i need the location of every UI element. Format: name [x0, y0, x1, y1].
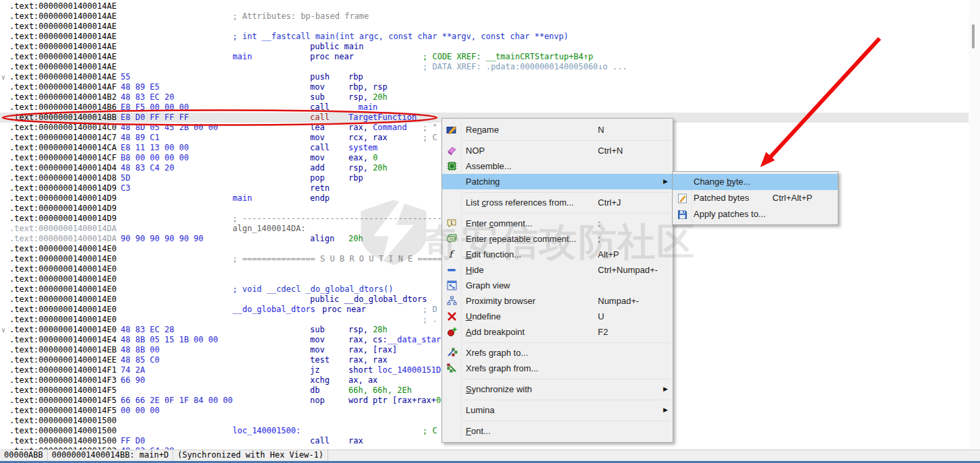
opcode-bytes: 74 2A: [121, 365, 145, 375]
status-bar: 00000ABB00000001400014BB: main+D(Synchro…: [0, 450, 980, 461]
operands: rbp, rsp: [348, 82, 388, 92]
opcode-bytes: 48 83 EC 28: [121, 325, 174, 335]
menu-item-label: Enter comment...: [466, 216, 532, 231]
operand-part: short: [348, 365, 377, 375]
menu-item-label: NOP: [466, 143, 485, 158]
menu-item-patching[interactable]: Patching▶: [442, 174, 673, 189]
menu-item-enter-repeatable-comment[interactable]: Enter repeatable comment...;: [442, 231, 673, 247]
label: __do_global_dtors: [233, 305, 315, 315]
address: .text:00000001400014D4: [9, 163, 117, 173]
opcode-bytes: 48 83 C4 20: [121, 163, 174, 173]
patching-submenu: Change byte...Patched bytesCtrl+Alt+PApp…: [672, 171, 838, 225]
operands: rsp, 20h: [348, 163, 388, 173]
menu-item-xrefs-graph-from[interactable]: Xrefs graph from...: [442, 361, 673, 376]
menu-shortcut: Ctrl+Numpad+-: [598, 262, 658, 278]
menu-item-assemble[interactable]: Assemble...: [442, 158, 673, 174]
menu-item-graph-view[interactable]: Graph view: [442, 278, 673, 293]
address: .text:00000001400014D9: [9, 183, 117, 193]
context-menu: RenameNNOPCtrl+NAssemble...Patching▶List…: [441, 118, 673, 443]
menu-item-label: Xrefs graph from...: [466, 361, 539, 376]
disasm-row[interactable]: .text:00000001400014AE; int __fastcall m…: [0, 32, 969, 42]
operand-part: Command: [373, 123, 407, 132]
menu-item-label: Undefine: [466, 309, 501, 324]
menu-item-edit-function[interactable]: fEdit function...Alt+P: [442, 247, 673, 262]
disasm-row[interactable]: .text:00000001400014AEpublic main: [0, 42, 969, 52]
address: .text:00000001400014E0: [9, 325, 117, 335]
operands: eax, 0: [348, 153, 377, 163]
mnemonic: mov: [310, 335, 325, 345]
mnemonic: xchg: [310, 375, 330, 385]
menu-item-xrefs-graph-to[interactable]: Xrefs graph to...: [442, 345, 673, 361]
disasm-row[interactable]: ∨.text:00000001400014AE55pushrbp: [0, 72, 969, 82]
address: .text:0000000140001500: [9, 436, 117, 446]
menu-item-enter-comment[interactable]: Enter comment...:: [442, 216, 673, 231]
patched-icon: [677, 193, 688, 204]
address: .text:00000001400014F5: [9, 406, 117, 416]
menu-item-hide[interactable]: HideCtrl+Numpad+-: [442, 262, 673, 278]
hide-icon: [446, 264, 458, 276]
operand-part: rsp,: [348, 325, 373, 334]
status-cell: 00000001400014BB: main+D: [48, 450, 173, 461]
mnemonic: pop: [310, 173, 325, 183]
opcode-bytes: 5D: [121, 173, 130, 183]
opcode-bytes: 48 89 E5: [121, 82, 160, 92]
menu-item-font[interactable]: Font...: [442, 423, 673, 439]
address: .text:00000001400014D9: [9, 214, 117, 224]
opcode-bytes: C3: [121, 183, 130, 193]
menu-separator: [442, 210, 673, 216]
menu-item-label: Apply patches to...: [694, 206, 766, 222]
mnemonic: call: [310, 102, 330, 113]
address: .text:00000001400014DA: [9, 224, 117, 234]
menu-item-proximity-browser[interactable]: Proximity browserNumpad+-: [442, 293, 673, 309]
menu-item-rename[interactable]: RenameN: [442, 122, 673, 137]
mnemonic: add: [310, 163, 325, 173]
comment: ; int __fastcall main(int argc, const ch…: [233, 32, 569, 42]
operand-part: loc_14000151D: [377, 365, 441, 375]
vertical-scrollbar[interactable]: [969, 0, 980, 450]
disasm-row[interactable]: .text:00000001400014AE: [0, 1, 969, 11]
menu-item-label: Lumina: [466, 402, 495, 418]
opcode-bytes: 55: [121, 72, 130, 82]
comment: ; DATA XREF: .pdata:0000000140005060↓o .…: [423, 62, 627, 72]
disasm-row[interactable]: .text:00000001400014AF48 89 E5movrbp, rs…: [0, 82, 969, 92]
submenu-arrow-icon: ▶: [663, 174, 668, 189]
operand-part: rbp, rsp: [348, 82, 388, 92]
submenu-item-patched-bytes[interactable]: Patched bytesCtrl+Alt+P: [673, 190, 838, 206]
disasm-row[interactable]: .text:00000001400014AE: [0, 22, 969, 32]
comment: ; CODE XREF: __tmainCRTStartup+B4↑p: [423, 52, 593, 62]
address: .text:00000001400014AE: [9, 32, 117, 42]
menu-item-label: Patched bytes: [694, 190, 749, 206]
mnemonic: retn: [310, 183, 330, 193]
mnemonic: public main: [310, 42, 363, 52]
disasm-row[interactable]: .text:00000001400014B6E8 F5 00 00 00call…: [0, 102, 969, 113]
menu-item-list-cross-references-from[interactable]: List cross references from...Ctrl+J: [442, 195, 673, 210]
menu-shortcut: F2: [598, 324, 608, 340]
menu-item-lumina[interactable]: Lumina▶: [442, 402, 673, 418]
scrollbar-handle[interactable]: [972, 24, 975, 49]
operands: rax, [rax]: [348, 345, 397, 355]
address: .text:00000001400014E0: [9, 295, 117, 305]
menu-item-add-breakpoint[interactable]: Add breakpointF2: [442, 324, 673, 340]
assemble-icon: [446, 160, 458, 172]
disasm-row[interactable]: .text:00000001400014AE; Attributes: bp-b…: [0, 11, 969, 22]
prox-icon: [446, 295, 458, 307]
menu-item-undefine[interactable]: UndefineU: [442, 309, 673, 324]
opcode-bytes: B8 00 00 00 00: [121, 153, 189, 163]
disasm-row[interactable]: .text:00000001400014AE; DATA XREF: .pdat…: [0, 62, 969, 72]
mnemonic: mov: [310, 133, 325, 143]
operands: TargetFunction: [348, 113, 417, 123]
nop-icon: [446, 145, 458, 156]
operand-part: 28h: [373, 325, 388, 334]
disasm-row[interactable]: .text:00000001400014B248 83 EC 20subrsp,…: [0, 92, 969, 102]
submenu-item-apply-patches-to[interactable]: Apply patches to...: [673, 206, 838, 222]
address: .text:00000001400014CA: [9, 143, 117, 153]
collapse-chevron-icon: ∨: [1, 72, 5, 82]
menu-item-synchronize-with[interactable]: Synchronize with▶: [442, 381, 673, 397]
disasm-row[interactable]: .text:00000001400014AEmainproc near; COD…: [0, 52, 969, 62]
menu-item-nop[interactable]: NOPCtrl+N: [442, 143, 673, 158]
menu-item-label: Add breakpoint: [466, 324, 524, 340]
submenu-item-change-byte[interactable]: Change byte...: [673, 174, 838, 190]
address: .text:00000001400014EE: [9, 355, 117, 365]
menu-separator: [442, 189, 673, 195]
menu-separator: [442, 137, 673, 143]
